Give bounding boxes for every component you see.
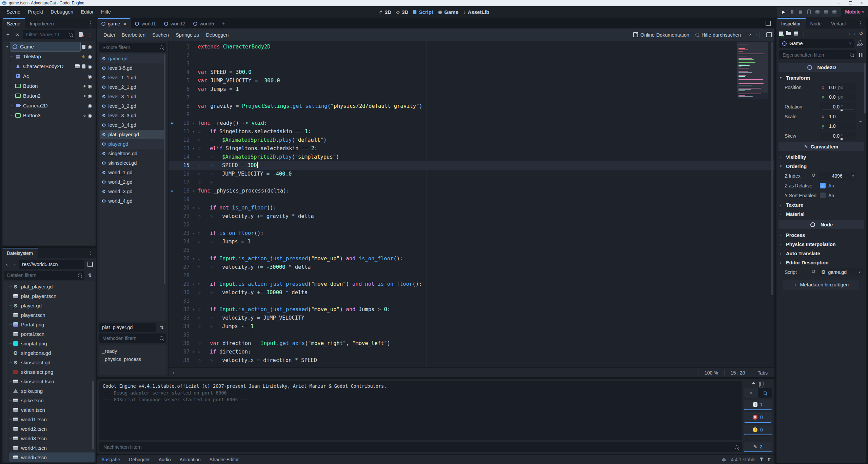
- visibility-eye-icon[interactable]: ◉: [88, 83, 92, 89]
- badge-all-messages[interactable]: !1: [744, 400, 772, 410]
- code-scrollbar[interactable]: [770, 42, 774, 367]
- code-line-23[interactable]: 23▾»if is_on_floor():: [169, 229, 774, 238]
- value-box[interactable]: 1.0: [826, 112, 856, 121]
- movie-mode-button[interactable]: [831, 8, 838, 15]
- file-world3-tscn[interactable]: world3.tscn: [9, 433, 95, 443]
- slider-input[interactable]: 0.0°: [820, 102, 856, 111]
- code-line-17[interactable]: 17»»: [169, 178, 774, 187]
- sort-methods-button[interactable]: ⇅: [158, 323, 166, 332]
- warning-icon[interactable]: ⚠: [81, 54, 85, 59]
- fold-arrow-icon[interactable]: ▾: [190, 127, 198, 136]
- script-icon[interactable]: [82, 64, 85, 68]
- pause-button[interactable]: [788, 8, 796, 15]
- script-menu-springe-zu[interactable]: Springe zu: [172, 32, 202, 38]
- code-line-20[interactable]: 20▾»if not is_on_floor():: [169, 204, 774, 212]
- code-line-5[interactable]: 5var JUMP_VELOCITY = -300.0: [169, 77, 774, 85]
- code-line-6[interactable]: 6var Jumps = 1: [169, 85, 774, 94]
- inspector-tab-verlauf[interactable]: Verlauf: [826, 18, 851, 28]
- online-docs-button[interactable]: Online-Dokumentation: [633, 32, 689, 38]
- signal-connection-icon[interactable]: »: [81, 113, 87, 118]
- code-line-24[interactable]: 24»»Jumps = 1: [169, 238, 774, 246]
- search-messages-icon[interactable]: [758, 388, 772, 398]
- vector-y-input[interactable]: y1.0: [820, 122, 856, 130]
- expand-panel-icon[interactable]: ⇈: [767, 457, 770, 462]
- file-world2-tscn[interactable]: world2.tscn: [9, 424, 95, 433]
- file-world5-tscn[interactable]: world5.tscn: [9, 452, 95, 462]
- code-line-11[interactable]: 11▾»if Singeltons.selectedskin == 1:: [169, 127, 774, 136]
- workspace-game[interactable]: ◉Game: [438, 9, 458, 15]
- scene-dock-menu-button[interactable]: ⋮: [85, 18, 96, 28]
- visibility-eye-icon[interactable]: ◉: [88, 113, 92, 118]
- scene-filter-field[interactable]: [25, 32, 69, 38]
- visibility-eye-icon[interactable]: ◉: [88, 103, 92, 108]
- minimap[interactable]: [737, 42, 768, 99]
- section-texture[interactable]: ›Texture: [778, 200, 864, 209]
- code-line-15[interactable]: 15»»SPEED = 300: [169, 161, 774, 170]
- scene-tab-world2[interactable]: world2: [160, 18, 189, 28]
- code-line-28[interactable]: 28: [169, 271, 774, 280]
- nav-back-button[interactable]: ‹: [4, 261, 10, 267]
- fold-arrow-icon[interactable]: ▾: [190, 119, 198, 127]
- tree-node-button3[interactable]: Button3»◉: [10, 110, 94, 120]
- maximize-button[interactable]: [846, 0, 855, 6]
- nav-forward-button[interactable]: ›: [11, 261, 17, 267]
- scene-clapper-icon[interactable]: [75, 64, 80, 68]
- fold-arrow-icon[interactable]: ▾: [190, 204, 198, 212]
- play-button[interactable]: ▶: [780, 8, 787, 15]
- code-line-7[interactable]: 7: [169, 94, 774, 102]
- code-line-22[interactable]: 22: [169, 221, 774, 229]
- code-line-33[interactable]: 33»»velocity.y = JUMP_VELOCITY: [169, 314, 774, 322]
- value-box[interactable]: 1.0: [826, 122, 856, 130]
- filesystem-menu-button[interactable]: ⋮: [85, 248, 96, 258]
- code-line-36[interactable]: 36»var direction = Input.get_axis("move_…: [169, 339, 774, 348]
- code-line-4[interactable]: 4var SPEED = 300.0: [169, 68, 774, 77]
- script-item-level-3-2-gd[interactable]: ⚙level_3_2.gd: [100, 101, 165, 111]
- vector-x-input[interactable]: x1.0: [820, 112, 856, 121]
- visibility-eye-icon[interactable]: ◉: [88, 93, 92, 99]
- inspector-tab-node[interactable]: Node: [806, 18, 826, 28]
- pin-panel-icon[interactable]: [761, 458, 762, 461]
- file-simplat-png[interactable]: simplat.png: [9, 339, 95, 348]
- inspector-forward-button[interactable]: ›: [854, 31, 856, 36]
- badge-edits[interactable]: ✎2: [744, 442, 772, 452]
- open-docs-icon[interactable]: DOC: [857, 40, 863, 47]
- code-line-16[interactable]: 16»»JUMP_VELOCITY = -400.0: [169, 170, 774, 178]
- code-line-1[interactable]: 1extends CharacterBody2D: [169, 43, 774, 51]
- code-line-31[interactable]: 31: [169, 297, 774, 305]
- methods-filter-input[interactable]: [99, 334, 166, 343]
- menu-debuggen[interactable]: Debuggen: [47, 9, 77, 15]
- load-resource-icon[interactable]: [786, 32, 791, 35]
- sort-files-button[interactable]: ⇅: [86, 271, 94, 280]
- file-plat-player-gd[interactable]: ⚙plat_player.gd: [9, 282, 95, 291]
- revert-icon[interactable]: ↺: [810, 268, 816, 274]
- code-line-35[interactable]: 35: [169, 331, 774, 339]
- remote-deploy-button[interactable]: [805, 8, 813, 15]
- script-item-level-2-1-gd[interactable]: ⚙level_2_1.gd: [100, 82, 165, 92]
- script-icon[interactable]: [82, 45, 85, 49]
- file-skinselect-gd[interactable]: ⚙skinselect.gd: [9, 358, 95, 367]
- script-list-scrollbar[interactable]: [163, 53, 166, 321]
- script-item-singeltons-gd[interactable]: ⚙singeltons.gd: [100, 149, 165, 158]
- script-item-world-1-gd[interactable]: ⚙world_1.gd: [100, 168, 165, 177]
- file-spike-tscn[interactable]: spike.tscn: [9, 396, 95, 405]
- close-button[interactable]: ×: [857, 0, 866, 6]
- fold-arrow-icon[interactable]: ▾: [190, 144, 198, 153]
- tree-node-characterbody2d[interactable]: ♟CharacterBody2D◉: [10, 61, 94, 71]
- instance-scene-button[interactable]: ∞: [13, 30, 22, 39]
- file-filter-input[interactable]: [4, 271, 84, 280]
- code-line-25[interactable]: 25: [169, 246, 774, 255]
- file-plat-player-tscn[interactable]: plat_player.tscn: [9, 291, 95, 301]
- script-item-world-2-gd[interactable]: ⚙world_2.gd: [100, 177, 165, 187]
- bottom-tab-shader-editor[interactable]: Shader-Editor: [210, 457, 239, 462]
- play-scene-button[interactable]: [814, 8, 821, 15]
- script-item-world-3-gd[interactable]: ⚙world_3.gd: [100, 187, 165, 196]
- file-world1-tscn[interactable]: world1.tscn: [9, 415, 95, 424]
- bottom-tab-audio[interactable]: Audio: [159, 457, 171, 462]
- value-box[interactable]: 0.0px: [826, 83, 856, 92]
- file-filter-field[interactable]: [6, 272, 78, 278]
- method-ready[interactable]: _ready: [102, 347, 163, 355]
- signal-connection-icon[interactable]: »: [81, 93, 87, 98]
- add-node-button[interactable]: +: [4, 30, 12, 39]
- script-value[interactable]: ⚙game.gd˅: [818, 268, 863, 276]
- value-box[interactable]: 0.0px: [826, 93, 856, 101]
